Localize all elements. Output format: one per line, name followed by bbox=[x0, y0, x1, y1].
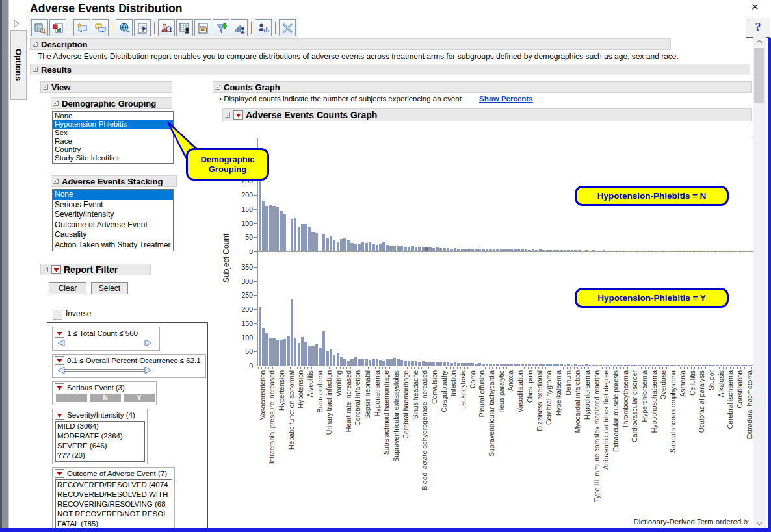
bar[interactable] bbox=[503, 364, 506, 366]
bar[interactable] bbox=[350, 243, 353, 251]
bar[interactable] bbox=[315, 233, 318, 251]
bar[interactable] bbox=[571, 365, 573, 366]
bar[interactable] bbox=[454, 248, 456, 251]
bar[interactable] bbox=[712, 365, 715, 366]
list-item[interactable]: Severity/Intensity bbox=[53, 210, 173, 220]
bar[interactable] bbox=[386, 359, 389, 366]
list-item[interactable]: Sex bbox=[53, 129, 173, 137]
ae-narrative-button[interactable]: AE bbox=[194, 19, 211, 36]
bar[interactable] bbox=[464, 363, 467, 366]
bar[interactable] bbox=[408, 361, 410, 366]
bar[interactable] bbox=[467, 249, 470, 251]
bar[interactable] bbox=[578, 250, 581, 251]
bar[interactable] bbox=[567, 250, 569, 251]
bar[interactable] bbox=[539, 249, 542, 251]
bar[interactable] bbox=[265, 333, 268, 366]
bar[interactable] bbox=[496, 364, 499, 366]
list-item[interactable]: NOT RECOVERED/NOT RESOL bbox=[56, 509, 172, 519]
bar[interactable] bbox=[709, 365, 712, 366]
bar[interactable] bbox=[688, 365, 690, 366]
bar[interactable] bbox=[447, 362, 449, 366]
bar[interactable] bbox=[574, 364, 577, 366]
bar[interactable] bbox=[475, 249, 477, 251]
bar[interactable] bbox=[553, 250, 555, 251]
bar[interactable] bbox=[744, 365, 747, 366]
bar[interactable] bbox=[688, 251, 690, 251]
bar[interactable] bbox=[684, 365, 686, 366]
list-item[interactable]: RECOVERED/RESOLVED WITH bbox=[56, 490, 172, 500]
disclosure-icon[interactable] bbox=[32, 66, 38, 73]
bar[interactable] bbox=[549, 364, 552, 366]
chevron-down-icon[interactable] bbox=[742, 519, 750, 524]
bar[interactable] bbox=[585, 250, 588, 251]
bar[interactable] bbox=[617, 365, 620, 366]
bar[interactable] bbox=[457, 249, 460, 251]
scroll-up-icon[interactable] bbox=[753, 36, 766, 47]
bar[interactable] bbox=[425, 247, 428, 251]
bar[interactable] bbox=[695, 365, 698, 366]
bar[interactable] bbox=[340, 239, 343, 251]
bar[interactable] bbox=[340, 357, 343, 366]
bar[interactable] bbox=[379, 360, 382, 366]
bar[interactable] bbox=[330, 236, 332, 251]
bar[interactable] bbox=[500, 249, 503, 251]
bar[interactable] bbox=[397, 359, 399, 366]
bar[interactable] bbox=[408, 247, 410, 251]
bar[interactable] bbox=[330, 349, 332, 366]
bar[interactable] bbox=[280, 211, 282, 251]
bar[interactable] bbox=[486, 249, 488, 251]
bar[interactable] bbox=[606, 365, 608, 366]
bar[interactable] bbox=[301, 224, 304, 251]
results-header[interactable]: Results bbox=[30, 64, 750, 75]
bar[interactable] bbox=[369, 360, 371, 366]
filter-value-list[interactable]: MILD (3064)MODERATE (2364)SEVERE (646)??… bbox=[55, 421, 145, 462]
inverse-checkbox[interactable] bbox=[53, 310, 62, 320]
bar[interactable] bbox=[595, 365, 598, 366]
scrollbar-thumb[interactable] bbox=[754, 48, 764, 103]
bar[interactable] bbox=[571, 250, 573, 251]
bar[interactable] bbox=[361, 359, 364, 366]
range-slider[interactable] bbox=[56, 338, 159, 350]
bar[interactable] bbox=[663, 365, 666, 366]
list-item[interactable]: RECOVERED/RESOLVED (4074 bbox=[56, 480, 172, 490]
bar[interactable] bbox=[670, 365, 673, 366]
bar[interactable] bbox=[489, 249, 491, 251]
segment-button[interactable] bbox=[56, 394, 87, 402]
vertical-scrollbar[interactable] bbox=[753, 36, 766, 532]
find-subjects-button[interactable] bbox=[158, 19, 175, 36]
bar[interactable] bbox=[436, 247, 438, 251]
bar[interactable] bbox=[748, 365, 751, 366]
counts-graph-header[interactable]: Counts Graph bbox=[213, 81, 752, 93]
bar[interactable] bbox=[564, 250, 566, 251]
view-header[interactable]: View bbox=[40, 81, 172, 93]
bar[interactable] bbox=[262, 201, 265, 251]
bar[interactable] bbox=[322, 234, 325, 251]
bar[interactable] bbox=[369, 242, 371, 251]
list-item[interactable]: Outcome of Adverse Event bbox=[53, 220, 173, 231]
bar[interactable] bbox=[723, 251, 725, 251]
bar[interactable] bbox=[386, 245, 389, 251]
bar[interactable] bbox=[666, 365, 669, 366]
bar[interactable] bbox=[432, 362, 435, 366]
bar[interactable] bbox=[681, 251, 683, 251]
bar[interactable] bbox=[382, 242, 385, 251]
bar[interactable] bbox=[333, 355, 335, 366]
bar[interactable] bbox=[287, 336, 289, 366]
bar[interactable] bbox=[652, 251, 655, 251]
bar[interactable] bbox=[418, 247, 421, 251]
bar[interactable] bbox=[624, 365, 627, 366]
bar[interactable] bbox=[337, 353, 339, 366]
bar[interactable] bbox=[595, 251, 598, 251]
bar[interactable] bbox=[464, 249, 467, 251]
list-item[interactable]: FATAL (785) bbox=[56, 519, 172, 529]
list-item[interactable]: Hypotension-Phlebitis bbox=[53, 120, 173, 129]
bar[interactable] bbox=[372, 359, 374, 366]
bar[interactable] bbox=[610, 365, 612, 366]
bar[interactable] bbox=[259, 181, 261, 251]
bar[interactable] bbox=[298, 343, 300, 366]
bar[interactable] bbox=[404, 247, 406, 251]
bar[interactable] bbox=[326, 351, 328, 366]
bar[interactable] bbox=[730, 251, 733, 251]
bar[interactable] bbox=[393, 358, 396, 366]
bar[interactable] bbox=[418, 362, 421, 366]
